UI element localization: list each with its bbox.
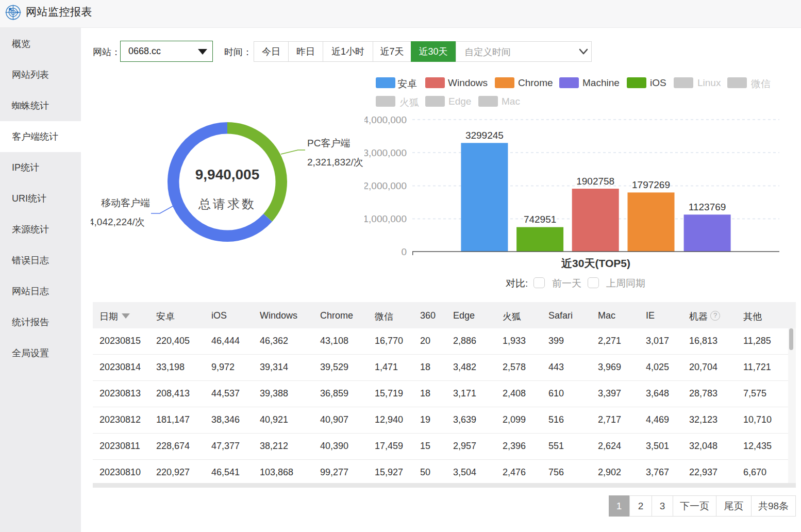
svg-text:2,321,832/次: 2,321,832/次 — [307, 157, 363, 168]
svg-text:1123769: 1123769 — [689, 202, 726, 212]
svg-text:742951: 742951 — [524, 214, 556, 225]
svg-text:3,000,000: 3,000,000 — [364, 147, 407, 158]
svg-text:0: 0 — [401, 246, 407, 257]
svg-text:1,000,000: 1,000,000 — [364, 213, 407, 224]
svg-text:4,000,000: 4,000,000 — [364, 114, 407, 125]
svg-text:PC客户端: PC客户端 — [307, 138, 350, 148]
svg-text:总请求数: 总请求数 — [198, 197, 256, 211]
svg-text:3299245: 3299245 — [465, 130, 504, 141]
svg-text:2,000,000: 2,000,000 — [364, 180, 407, 191]
svg-text:1902758: 1902758 — [576, 176, 614, 187]
svg-text:4,042,224/次: 4,042,224/次 — [91, 217, 145, 227]
svg-text:移动客户端: 移动客户端 — [101, 197, 150, 208]
svg-text:9,940,005: 9,940,005 — [195, 167, 260, 182]
svg-text:1797269: 1797269 — [632, 179, 670, 190]
